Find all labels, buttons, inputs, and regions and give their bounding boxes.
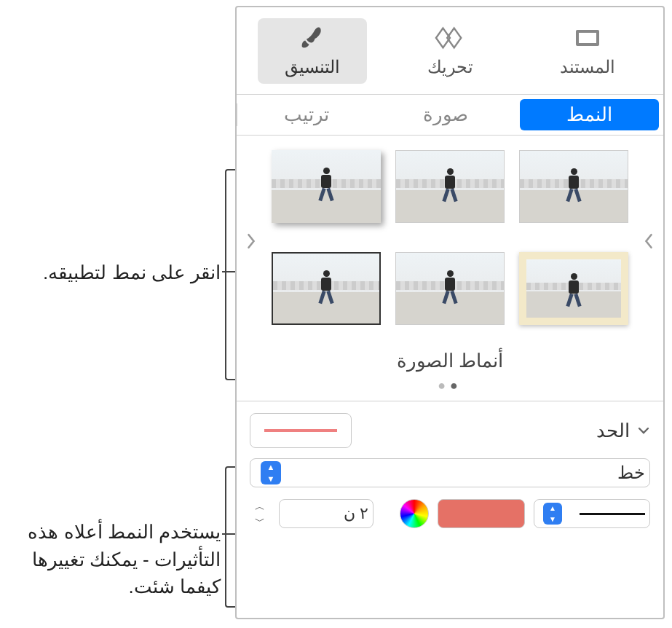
select-stepper-icon: ▲▼ — [261, 461, 281, 484]
callout-lead-2 — [222, 533, 235, 535]
image-styles-label: أنماط الصورة — [237, 350, 663, 372]
brush-icon — [297, 25, 328, 51]
styles-prev-arrow[interactable] — [241, 231, 261, 251]
line-style-select[interactable]: ▲▼ — [534, 499, 650, 528]
callout-apply-style: انقر على نمط لتطبيقه. — [9, 259, 221, 287]
tab-animate[interactable]: تحريك — [395, 18, 505, 84]
chevron-down-icon — [637, 424, 650, 437]
line-sample-icon — [580, 513, 645, 515]
sub-tab-image-label: صورة — [423, 103, 468, 126]
stepper-down-icon: ﹀ — [250, 516, 270, 526]
tab-document[interactable]: المستند — [533, 18, 642, 84]
top-tab-bar: التنسيق تحريك المستند — [237, 7, 663, 95]
stepper-up-icon: ︿ — [250, 501, 270, 511]
border-title-text: الحد — [596, 420, 630, 442]
document-icon — [572, 25, 603, 51]
sub-tab-arrange-label: ترتيب — [284, 103, 329, 126]
callout-bracket-1 — [225, 169, 235, 380]
border-section: الحد خط ▲▼ ▲▼ ٢ ن ︿ ﹀ — [237, 401, 663, 541]
border-width-stepper[interactable]: ︿ ﹀ — [250, 498, 270, 530]
border-width-value: ٢ ن — [344, 504, 368, 523]
style-thumb-1[interactable] — [519, 150, 628, 223]
tab-format[interactable]: التنسيق — [258, 18, 367, 84]
tab-document-label: المستند — [560, 57, 615, 77]
styles-next-arrow[interactable] — [639, 231, 659, 251]
select-stepper-icon: ▲▼ — [543, 503, 562, 525]
callout-lead-1 — [222, 271, 235, 272]
border-section-title[interactable]: الحد — [596, 420, 650, 442]
border-type-value: خط — [617, 463, 645, 483]
style-thumb-2[interactable] — [395, 150, 505, 223]
sub-tab-arrange[interactable]: ترتيب — [237, 95, 376, 135]
callout-effects: يستخدم النمط أعلاه هذه التأثيرات - يمكنك… — [2, 519, 221, 601]
tab-animate-label: تحريك — [427, 57, 473, 77]
tab-format-label: التنسيق — [285, 57, 340, 77]
diamond-icon — [435, 25, 465, 51]
style-thumbnails — [272, 150, 628, 332]
inspector-panel: التنسيق تحريك المستند النمط صورة ترتيب — [235, 6, 665, 619]
style-thumb-3[interactable] — [272, 150, 381, 223]
sub-tab-style-label: النمط — [566, 103, 612, 126]
callout-bracket-2 — [225, 466, 235, 608]
border-preview[interactable] — [250, 413, 352, 448]
border-color-swatch[interactable] — [438, 499, 525, 528]
svg-rect-1 — [579, 33, 596, 43]
style-thumb-4[interactable] — [519, 252, 628, 325]
border-width-field[interactable]: ٢ ن — [279, 499, 373, 528]
border-type-select[interactable]: خط ▲▼ — [250, 458, 650, 487]
sub-tab-image[interactable]: صورة — [376, 95, 515, 135]
style-thumb-5[interactable] — [395, 252, 505, 325]
color-wheel-button[interactable] — [400, 499, 429, 528]
style-thumb-6[interactable] — [272, 252, 381, 325]
styles-pager: ●● — [237, 378, 663, 393]
image-styles-section: أنماط الصورة ●● — [237, 136, 663, 401]
border-preview-line — [264, 429, 337, 432]
sub-tab-bar: النمط صورة ترتيب — [237, 95, 663, 136]
sub-tab-style[interactable]: النمط — [520, 99, 659, 130]
